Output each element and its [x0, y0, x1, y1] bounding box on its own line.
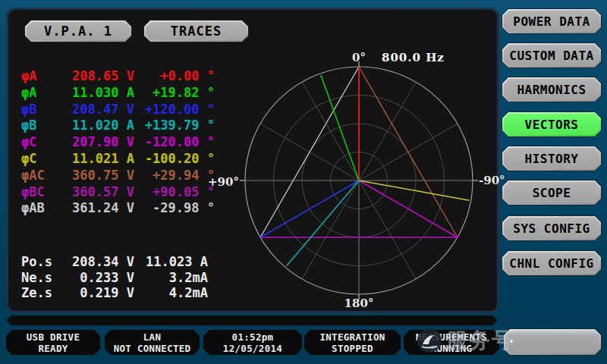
phase-pang: -120.00 ° — [134, 134, 215, 150]
status-tile-text: RUNNING — [431, 343, 473, 354]
vector-VB — [260, 180, 359, 237]
button-bevel: V.P.A. 1 — [25, 20, 131, 42]
status-tile-text: NOT CONNECTED — [114, 343, 191, 354]
line-voltage-AC — [359, 67, 458, 237]
softkey-strip — [6, 315, 498, 325]
angle-label-minus90: -90° — [479, 174, 505, 187]
status-tile-text: INTEGRATION — [319, 331, 385, 343]
vector-polar-chart: 0° 800.0 Hz +90° -90° 180° — [207, 40, 511, 317]
button-bevel: CHNL CONFIG — [502, 251, 601, 275]
phase-plabel: φBC — [19, 184, 65, 200]
status-tile-lan: LANNOT CONNECTED — [105, 330, 200, 355]
menu-button-label: HISTORY — [504, 148, 599, 169]
led-dot — [510, 340, 513, 343]
vector-IA — [321, 75, 359, 180]
phase-plabel: φA — [19, 68, 65, 84]
button-bevel: SCOPE — [502, 180, 601, 205]
phase-row: φAB361.24 V-29.98 ° — [19, 200, 215, 216]
phase-pang: -100.20 ° — [134, 151, 215, 167]
phase-pval: 11.030 A — [65, 85, 134, 101]
sequence-row: Ze.s0.219 V4.2mA — [19, 285, 208, 300]
menu-button-scope[interactable]: SCOPE — [502, 180, 602, 206]
button-bevel: POWER DATA — [502, 9, 601, 33]
angle-label-0: 0° — [352, 51, 366, 64]
sequence-sval: 0.219 V — [65, 285, 134, 300]
phase-pval: 11.021 A — [65, 151, 134, 167]
phase-pval: 208.65 V — [65, 68, 134, 84]
phase-row: φB208.47 V+120.00 ° — [19, 102, 215, 118]
sequence-sang: 3.2mA — [134, 270, 208, 285]
phase-pang: +19.82 ° — [134, 85, 215, 101]
status-tile-text: LAN — [143, 331, 161, 343]
phase-pval: 207.90 V — [65, 134, 134, 150]
phase-pval: 360.57 V — [65, 184, 134, 200]
menu-button-history[interactable]: HISTORY — [502, 146, 602, 171]
power-analyzer-screen: V.P.A. 1 TRACES φA208.65 V+0.00 °φA11.03… — [0, 0, 607, 364]
menu-button-label: VECTORS — [504, 114, 599, 135]
sequence-sang: 11.023 A — [134, 254, 208, 269]
status-tile-usb-drive: USB DRIVEREADY — [6, 330, 100, 355]
phase-pval: 360.75 V — [65, 168, 134, 184]
main-display-panel: V.P.A. 1 TRACES φA208.65 V+0.00 °φA11.03… — [6, 8, 499, 313]
sequence-sval: 0.233 V — [65, 270, 134, 285]
sequence-slabel: Po.s — [19, 254, 65, 269]
phase-pang: +120.00 ° — [134, 102, 215, 118]
phase-row: φBC360.57 V+90.05 ° — [19, 184, 215, 200]
phase-row: φB11.020 A+139.79 ° — [19, 118, 215, 133]
phase-row: φC11.021 A-100.20 ° — [19, 151, 215, 167]
menu-button-custom-data[interactable]: CUSTOM DATA — [502, 42, 602, 68]
sequence-slabel: Ne.s — [19, 270, 65, 285]
phase-pval: 361.24 V — [65, 200, 134, 216]
button-bevel — [504, 329, 601, 355]
phase-plabel: φC — [19, 151, 65, 167]
phase-plabel: φB — [19, 102, 65, 118]
status-tile-integration: INTEGRATIONSTOPPED — [304, 330, 401, 355]
vector-IB — [287, 180, 359, 266]
status-tile-text: USB DRIVE — [27, 331, 80, 343]
menu-button-label: HARMONICS — [504, 79, 599, 100]
blank-softkey-button[interactable] — [503, 328, 602, 356]
phase-plabel: φAC — [19, 168, 65, 184]
phase-pval: 208.47 V — [65, 102, 134, 118]
button-bevel: HARMONICS — [502, 77, 601, 102]
menu-button-power-data[interactable]: POWER DATA — [502, 8, 602, 34]
status-tile-text: 01:52pm — [232, 331, 274, 343]
phase-row: φA11.030 A+19.82 ° — [19, 85, 215, 101]
traces-label: TRACES — [146, 22, 247, 40]
phase-table: φA208.65 V+0.00 °φA11.030 A+19.82 °φB208… — [19, 68, 215, 220]
phase-pval: 11.020 A — [65, 118, 134, 133]
channel-select-button[interactable]: V.P.A. 1 — [24, 20, 132, 42]
status-tile-text: 12/05/2014 — [223, 343, 282, 354]
menu-button-label: CUSTOM DATA — [504, 45, 599, 66]
status-tile-text: READY — [38, 343, 68, 354]
menu-button-label: POWER DATA — [504, 11, 599, 32]
status-tile-text: MEASUREMENTS — [416, 331, 487, 343]
phase-plabel: φA — [19, 85, 65, 101]
sequence-row: Po.s208.34 V11.023 A — [19, 254, 208, 269]
phase-pang: +29.94 ° — [134, 168, 215, 184]
phase-pang: +90.05 ° — [134, 184, 215, 200]
button-bevel: SYS CONFIG — [502, 216, 601, 240]
phase-row: φAC360.75 V+29.94 ° — [19, 168, 215, 184]
phase-row: φC207.90 V-120.00 ° — [19, 134, 215, 150]
menu-button-vectors[interactable]: VECTORS — [502, 111, 602, 137]
sequence-sval: 208.34 V — [65, 254, 134, 269]
frequency-label: 800.0 Hz — [382, 51, 445, 64]
status-tile-measurements: MEASUREMENTSRUNNING — [404, 330, 499, 355]
menu-button-sys-config[interactable]: SYS CONFIG — [502, 215, 602, 241]
traces-button[interactable]: TRACES — [143, 20, 249, 42]
phase-row: φA208.65 V+0.00 ° — [19, 68, 215, 84]
blank-softkey-face — [505, 331, 599, 353]
menu-button-harmonics[interactable]: HARMONICS — [502, 77, 602, 102]
menu-button-chnl-config[interactable]: CHNL CONFIG — [502, 250, 602, 276]
channel-select-label: V.P.A. 1 — [27, 22, 130, 40]
menu-button-label: CHNL CONFIG — [504, 253, 599, 274]
phase-pang: +139.79 ° — [134, 118, 215, 133]
sequence-sang: 4.2mA — [134, 285, 208, 300]
angle-label-plus90: +90° — [208, 175, 239, 189]
phase-plabel: φC — [19, 134, 65, 150]
menu-button-label: SCOPE — [504, 182, 599, 203]
angle-label-180: 180° — [344, 297, 374, 310]
sequence-row: Ne.s0.233 V3.2mA — [19, 270, 208, 285]
phase-pang: -29.98 ° — [134, 200, 215, 216]
